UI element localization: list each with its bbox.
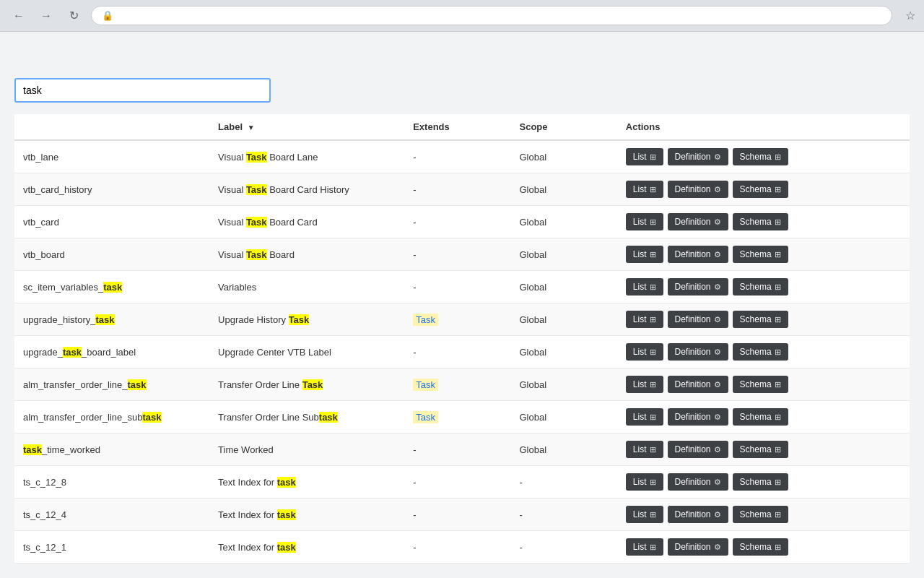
definition-button[interactable]: Definition ⚙ [668, 408, 728, 426]
definition-button[interactable]: Definition ⚙ [668, 181, 728, 198]
gear-icon: ⚙ [714, 282, 721, 292]
definition-button[interactable]: Definition ⚙ [668, 506, 728, 523]
schema-button[interactable]: Schema ⊞ [733, 213, 788, 230]
schema-icon: ⊞ [775, 380, 781, 389]
list-button[interactable]: List ⊞ [626, 376, 663, 393]
actions-group: List ⊞ Definition ⚙ Schema ⊞ [626, 311, 901, 328]
actions-group: List ⊞ Definition ⚙ Schema ⊞ [626, 246, 901, 263]
extends-link[interactable]: Task [413, 379, 438, 391]
definition-button[interactable]: Definition ⚙ [668, 473, 728, 491]
schema-label: Schema [740, 379, 772, 389]
schema-button[interactable]: Schema ⊞ [733, 278, 788, 296]
col-header-label[interactable]: Label ▼ [209, 114, 404, 140]
schema-icon: ⊞ [775, 250, 781, 259]
definition-button[interactable]: Definition ⚙ [668, 311, 728, 328]
list-button[interactable]: List ⊞ [626, 473, 663, 491]
cell-name: alm_transfer_order_line_subtask [14, 401, 209, 434]
schema-button[interactable]: Schema ⊞ [733, 181, 788, 198]
table-row: vtb_card Visual Task Board Card - Global… [14, 206, 910, 238]
list-label: List [633, 347, 647, 357]
schema-label: Schema [740, 282, 772, 292]
bookmark-button[interactable]: ☆ [905, 9, 915, 22]
cell-scope: Global [511, 368, 617, 401]
schema-label: Schema [740, 152, 772, 162]
definition-button[interactable]: Definition ⚙ [668, 343, 728, 361]
list-label: List [633, 444, 647, 454]
schema-button[interactable]: Schema ⊞ [733, 441, 788, 458]
schema-button[interactable]: Schema ⊞ [733, 506, 788, 523]
cell-extends[interactable]: Task [404, 401, 510, 434]
schema-button[interactable]: Schema ⊞ [733, 246, 788, 263]
definition-button[interactable]: Definition ⚙ [668, 376, 728, 393]
forward-button[interactable]: → [36, 6, 56, 26]
list-button[interactable]: List ⊞ [626, 408, 663, 426]
address-bar[interactable]: 🔒 [91, 6, 892, 25]
actions-group: List ⊞ Definition ⚙ Schema ⊞ [626, 278, 901, 296]
cell-actions: List ⊞ Definition ⚙ Schema ⊞ [617, 434, 910, 466]
definition-label: Definition [675, 542, 711, 552]
list-button[interactable]: List ⊞ [626, 181, 663, 198]
list-button[interactable]: List ⊞ [626, 538, 663, 556]
cell-actions: List ⊞ Definition ⚙ Schema ⊞ [617, 531, 910, 564]
cell-extends[interactable]: Task [404, 368, 510, 401]
list-button[interactable]: List ⊞ [626, 506, 663, 523]
cell-scope: Global [511, 271, 617, 303]
definition-label: Definition [675, 152, 711, 162]
table-row: alm_transfer_order_line_subtask Transfer… [14, 401, 910, 434]
cell-extends: - [404, 271, 510, 303]
definition-button[interactable]: Definition ⚙ [668, 538, 728, 556]
definition-button[interactable]: Definition ⚙ [668, 278, 728, 296]
definition-label: Definition [675, 249, 711, 259]
schema-button[interactable]: Schema ⊞ [733, 538, 788, 556]
schema-icon: ⊞ [775, 185, 781, 194]
gear-icon: ⚙ [714, 478, 721, 487]
definition-button[interactable]: Definition ⚙ [668, 246, 728, 263]
lock-icon: 🔒 [102, 10, 113, 21]
cell-actions: List ⊞ Definition ⚙ Schema ⊞ [617, 499, 910, 531]
sort-icon: ▼ [248, 124, 255, 131]
actions-group: List ⊞ Definition ⚙ Schema ⊞ [626, 506, 901, 523]
search-input[interactable] [14, 78, 271, 103]
list-label: List [633, 379, 647, 389]
schema-button[interactable]: Schema ⊞ [733, 148, 788, 165]
browser-chrome: ← → ↻ 🔒 ☆ [0, 0, 924, 32]
definition-button[interactable]: Definition ⚙ [668, 213, 728, 230]
actions-group: List ⊞ Definition ⚙ Schema ⊞ [626, 343, 901, 361]
cell-extends: - [404, 531, 510, 564]
schema-button[interactable]: Schema ⊞ [733, 311, 788, 328]
reload-button[interactable]: ↻ [64, 6, 84, 26]
extends-link[interactable]: Task [413, 411, 438, 423]
list-label: List [633, 249, 647, 259]
schema-icon: ⊞ [775, 217, 781, 227]
table-row: upgrade_task_board_label Upgrade Center … [14, 336, 910, 368]
table-row: vtb_board Visual Task Board - Global Lis… [14, 238, 910, 271]
list-button[interactable]: List ⊞ [626, 246, 663, 263]
cell-name: alm_transfer_order_line_task [14, 368, 209, 401]
list-button[interactable]: List ⊞ [626, 441, 663, 458]
list-button[interactable]: List ⊞ [626, 278, 663, 296]
gear-icon: ⚙ [714, 217, 721, 227]
list-icon: ⊞ [650, 478, 656, 487]
definition-label: Definition [675, 444, 711, 454]
cell-name: ts_c_12_8 [14, 466, 209, 499]
back-button[interactable]: ← [9, 6, 29, 26]
cell-extends[interactable]: Task [404, 303, 510, 336]
list-button[interactable]: List ⊞ [626, 213, 663, 230]
schema-button[interactable]: Schema ⊞ [733, 408, 788, 426]
table-row: upgrade_history_task Upgrade History Tas… [14, 303, 910, 336]
schema-button[interactable]: Schema ⊞ [733, 473, 788, 491]
list-button[interactable]: List ⊞ [626, 311, 663, 328]
schema-button[interactable]: Schema ⊞ [733, 343, 788, 361]
schema-button[interactable]: Schema ⊞ [733, 376, 788, 393]
definition-button[interactable]: Definition ⚙ [668, 148, 728, 165]
actions-group: List ⊞ Definition ⚙ Schema ⊞ [626, 181, 901, 198]
schema-label: Schema [740, 249, 772, 259]
list-label: List [633, 509, 647, 519]
definition-button[interactable]: Definition ⚙ [668, 441, 728, 458]
list-button[interactable]: List ⊞ [626, 343, 663, 361]
list-button[interactable]: List ⊞ [626, 148, 663, 165]
extends-link[interactable]: Task [413, 314, 438, 326]
schema-icon: ⊞ [775, 348, 781, 357]
actions-group: List ⊞ Definition ⚙ Schema ⊞ [626, 213, 901, 230]
schema-label: Schema [740, 542, 772, 552]
